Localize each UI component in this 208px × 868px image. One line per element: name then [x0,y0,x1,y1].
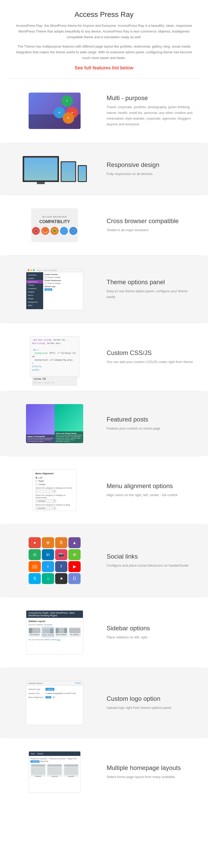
featured-post-2-overlay: Clean and Simple theme There are many wh… [55,431,83,443]
sidebar-contact[interactable]: Contact [26,277,43,280]
radio-right[interactable] [35,480,37,482]
browser-text: Cross browser compatible Tested in all m… [101,212,200,238]
ie-icon: e [69,227,77,235]
align-right-btn[interactable]: E [52,696,56,699]
sidebar-background[interactable]: Background [26,300,43,304]
blog-select[interactable]: --choose-- ▾ [35,506,56,510]
feature-theme-options: Theme options panel Easy to use theme op… [0,255,208,323]
feature-menu-alignment: Menu Alignment Left Right Center Select … [0,456,208,524]
resp-phone [78,165,87,182]
menu-align-buttons: Left E [46,696,56,699]
testimonials-chevron: ▾ [54,500,55,502]
code-background: background: [35,352,49,354]
custom-css-label: Custom CSS [33,378,46,380]
parallax-checkbox[interactable]: ✓ [44,276,47,279]
upload-btn[interactable]: Upload [44,288,52,291]
homepage-layouts: Default Layout1 Layout2 [30,764,79,777]
responsive-title: Responsive design [107,161,195,168]
layout-thumb-1[interactable]: Layout1 [47,764,62,777]
badge-orange: P [63,112,74,124]
homepage-mock: Full... Board Featured Sections Featured… [29,751,81,793]
sidebar-menus[interactable]: Menus [26,293,43,297]
social-links-desc: Configure and place social links/icons o… [107,563,195,568]
homepage-mock-nav: Full... Board [29,751,80,756]
option-center-label: Center [38,483,46,486]
layout-thumb-default[interactable]: Default [30,764,46,777]
dot-red [28,270,29,271]
sidebar-mock-body: Sidebar Layout Choose Sidebar Template L… [26,618,83,643]
sidebar-header[interactable]: Header [26,297,43,300]
custom-css-title: Custom CSS/JS [107,349,195,356]
upload-favicon-btn[interactable]: Upload [75,682,81,684]
menu-option-right: Right [35,480,74,483]
menu-alignment-title: Menu alignment options [107,483,195,490]
radio-center[interactable] [35,484,37,486]
radio-left[interactable] [35,477,37,479]
sidebar-widgets[interactable]: Widgets [26,290,43,293]
theme-main-content: Enable Parallax ✓ Check to enable Enable… [43,272,83,309]
feature-custom-css: -moz-box-sizing: border-bo... box-sizing… [0,323,208,391]
social-icon-2: ⊕ [42,537,54,548]
code-close: } [32,362,33,365]
category-events-label: Select the category to display as Events [35,487,74,489]
theme-row-parallax: Enable Parallax [44,274,82,275]
badge-green: T [61,95,73,106]
multipurpose-mock: T ♥ H P [29,93,81,129]
sidebar-opt-both[interactable]: Both Sidebar [55,627,68,637]
browser-desc: Tested in all major browsers [107,227,195,233]
social-icon-5: ⊙ [29,549,41,560]
post1-title: Highly Customizable [27,436,45,437]
sidebar-customize[interactable]: Customize [26,287,43,290]
blog-select-value: --choose-- [37,507,46,509]
social-links-text: Social links Configure and place social … [101,548,200,574]
layout-content-2 [64,767,78,775]
social-icon-7: 📷 [55,549,67,560]
responsive-checkbox[interactable]: ✓ [44,282,47,284]
multipurpose-desc: Travel, corporate, portfolio, photograph… [107,104,195,127]
responsive-mock [23,156,87,182]
sidebar-label-left: Left Sidebar [30,634,39,636]
social-icon-1: ● [29,537,41,548]
sidebar-themes[interactable]: Themes [26,283,43,287]
testimonials-select[interactable]: --choose-- ▾ [35,499,56,503]
code-bg2: background: url(images/bg.png); [32,359,73,361]
upload-logo-label: Upload Logo [28,688,44,690]
option-right-label: Right [38,480,44,483]
custom-css-placeholder: Put your custom CSS [33,381,76,384]
sidebar-icon-none [69,628,81,633]
theme-options-image: Pages › General Settings Comments Contac… [8,266,101,313]
theme-row-responsive-check: ✓ Check to enable [44,282,82,284]
events-select[interactable]: ▾ [35,490,56,493]
features-link[interactable]: See full features list below [16,65,192,71]
homepage-title: Multiple homepage layouts [107,764,195,772]
sidebar-desc: Place sidebars on left, right [107,634,195,640]
layout-label-1: Layout1 [48,775,61,777]
sidebar-editor[interactable]: Editor [26,304,43,307]
responsive-text: Responsive design Fully responsive on al… [101,156,200,182]
sidebar-comments[interactable]: Comments [26,273,43,277]
chrome-icon: ◎ [51,227,59,235]
safari-icon: ⊙ [60,227,68,235]
social-icon-3: B [55,537,67,548]
code-box-sizing: -moz-box-sizing: [32,339,52,341]
custom-css-desc: You can add your custom CSS/JS codes rig… [107,359,195,365]
layout-thumb-2[interactable]: Layout2 [63,764,79,777]
sidebar-layout-subtitle: Choose Sidebar Template [28,624,81,626]
homepage-default-btn[interactable]: • Default [30,761,39,763]
sidebar-opt-none[interactable]: No sidebar [69,627,81,637]
sidebar-label-right: Right sidebar [42,634,53,636]
featured-posts-mock: Highly Customizable Our theme is amazing… [26,404,83,443]
sidebar-appearance[interactable]: Appearance [26,280,43,283]
social-mock: ● ⊕ B ▲ ⊙ in 📷 ⊛ )))) t f ▶ S ♫ ★ D [29,537,81,584]
sidebar-help: You can set up the sidebar content here [28,639,81,641]
sidebar-opt-right[interactable]: Right sidebar [42,627,54,637]
upload-logo-btn[interactable]: Upload [46,688,54,691]
custom-css-box: Custom CSS Put your custom CSS [32,376,77,385]
sidebar-mock-nav: AccessPress Radio › Best WordPress › Bes… [28,612,75,617]
sidebar-help-link[interactable]: here [57,639,61,641]
sidebar-opt-left[interactable]: Left Sidebar [28,627,41,637]
code-aside: aside, [32,369,40,371]
homepage-mock-body: Featured Sections Featured Sections Blog… [29,756,80,778]
align-left-btn[interactable]: Left [46,696,51,699]
events-chevron: ▾ [54,490,55,493]
